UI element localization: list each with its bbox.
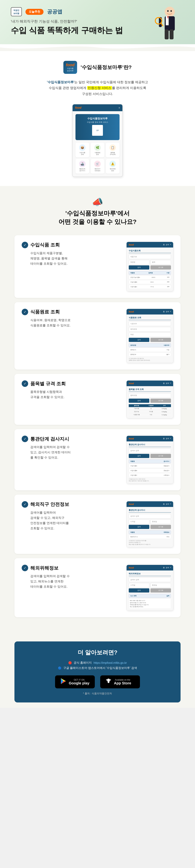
fs-header-6: food 홈검색≡ bbox=[127, 565, 173, 570]
fs-logo-6: food bbox=[129, 566, 134, 569]
feature-desc-1: 수입식품의 제품구분별, 체명명, 품목별 검색을 통해 데이터를 조회할 수 … bbox=[30, 251, 119, 267]
fs-result-row-4b: 수입식품B관능검사 bbox=[129, 468, 171, 473]
feature-screenshot-4: food 홈검색≡ 통관단계 검사지시 검색어 입력 검색 초기화 제품명검사지… bbox=[126, 436, 173, 484]
icon-label: 해외직구안전정보 bbox=[92, 168, 103, 172]
fs-search-btn[interactable]: 검색 bbox=[129, 266, 149, 270]
feature-content-5: ✓ 해외직구 안전정보 검색어를 입력하여 검색할 수 있고, 해외직구 안전정… bbox=[22, 501, 119, 531]
fs-search-btn-5[interactable]: 검색 bbox=[129, 525, 149, 529]
feature-item-4: ✓ 통관단계 검사지시 검색어를 입력하여 검색할 수 있고, 검사지시 연계한… bbox=[14, 429, 181, 490]
fs-result-row-4a: 수입식품A정밀검사 bbox=[129, 464, 171, 468]
feature-content-4: ✓ 통관단계 검사지시 검색어를 입력하여 검색할 수 있고, 검사지시 연계한… bbox=[22, 436, 119, 460]
fs-header-3: food 홈검색≡ bbox=[127, 380, 173, 386]
icon-label: 해외위해정보 bbox=[107, 168, 119, 172]
fs-result-header-4: 제품명검사지시 bbox=[129, 460, 171, 463]
fs-row-5: 시작일 종료일 bbox=[129, 519, 171, 524]
fs-customs-note: ※ 통관 검사지시 연계 데이터최근 업데이트 기준으로 제공됩니다. bbox=[129, 478, 171, 482]
svg-rect-6 bbox=[165, 29, 169, 39]
fs-nav-3: 홈검색≡ bbox=[163, 382, 171, 384]
cta-website-label: 공식 홈페이지 bbox=[74, 661, 92, 665]
app-store-text: Available on the App Store bbox=[114, 679, 131, 685]
feature-desc-5-l1: 검색어를 입력하여 bbox=[30, 511, 56, 514]
svg-point-11 bbox=[170, 10, 172, 12]
fs-result-header-6: 뉴스 제목날짜 bbox=[129, 594, 171, 598]
fs-nav: 홈검색≡ bbox=[163, 244, 171, 246]
app-category-label: 공공앱 bbox=[47, 8, 62, 15]
fs-ing-name: 원재료명 bbox=[129, 327, 171, 332]
icon-label: 수입식품조회 bbox=[76, 152, 88, 156]
fs-title: 수입식품조회 bbox=[129, 249, 171, 253]
fs-logo-3: food bbox=[129, 382, 134, 385]
app-screen-logo: food bbox=[75, 106, 82, 110]
feature-content-1: ✓ 수입식품 조회 수입식품의 제품구분별, 체명명, 품목별 검색을 통해 데… bbox=[22, 242, 119, 267]
fs-buttons-3: 검색 초기화 bbox=[129, 399, 171, 403]
cta-section: 더 알아보려면? 🔴 공식 홈페이지 https://impfood.mfds.… bbox=[0, 632, 195, 708]
fs-reset-btn-4[interactable]: 초기화 bbox=[151, 454, 171, 458]
feature-desc-6: 검색어를 입력하여 검색할 수 있고, 해외뉴스를 연계한 데이터를 조회할 수… bbox=[30, 574, 119, 589]
fs-result-header-5: 제품명위해정보 bbox=[129, 530, 171, 534]
today-recommendation: 오늘추천 bbox=[26, 9, 43, 15]
feature-name-1: 수입식품 조회 bbox=[30, 242, 60, 248]
app-screen-body: 수입식품정보마루 수입식품 정보 조회 서비스 QR 📦 수입식품조회 🌿 식품… bbox=[73, 111, 122, 177]
cta-search-info: 🔵 구글 플레이스토어·앱스토어에서 '수입식품정보마루' 검색 bbox=[25, 666, 170, 670]
feature-name-6: 해외위해정보 bbox=[30, 565, 59, 571]
fs-edible: 식용여부 bbox=[129, 321, 171, 326]
fs-reset-btn-3[interactable]: 초기화 bbox=[151, 399, 171, 403]
fs-table: 품목유형 시험항목 규격 가공식품 납 0.5mg/kg 건강기능 카드뮴 0.… bbox=[129, 404, 171, 416]
intro-description: '수입식품정보마루'는 일반 국민에게 수입식품에 대한 정보를 제공하고 수입… bbox=[14, 79, 181, 97]
fs-category: 품목유형 bbox=[129, 393, 171, 398]
check-icon-6: ✓ bbox=[22, 565, 28, 571]
source-text: * 출처 : 식품의약품안전처 bbox=[25, 692, 170, 695]
fs-reset-btn[interactable]: 초기화 bbox=[151, 266, 171, 270]
th-spec: 규격 bbox=[158, 404, 171, 407]
check-icon-4: ✓ bbox=[22, 436, 28, 442]
fs-field-type: 품목 bbox=[151, 260, 171, 265]
fs-title-6: 해외위해정보 bbox=[129, 572, 171, 576]
feature-screenshot-1: food 홈검색≡ 수입식품조회 제품구분 체명명 품목 검색 초기화 제품명업… bbox=[126, 242, 173, 291]
fs-result-row-5a: 해외직구 A주의 bbox=[129, 535, 171, 539]
icon-label: 품목별규격조회 bbox=[107, 152, 119, 156]
fs-reset-btn-6[interactable]: 초기화 bbox=[151, 588, 171, 592]
fs-row: 체명명 품목 bbox=[129, 260, 171, 265]
features-heading: '수입식품정보마루'에서 어떤 것을 이용할 수 있나요? bbox=[14, 209, 181, 226]
features-title-line1: '수입식품정보마루'에서 bbox=[65, 210, 130, 217]
app-showcase: food ≡ 수입식품정보마루 수입식품 정보 조회 서비스 QR 📦 수입식품… bbox=[14, 104, 181, 177]
fs-search-btn-6[interactable]: 검색 bbox=[129, 588, 149, 592]
feature-desc-6-l2: 있고, 해외뉴스를 연계한 bbox=[30, 580, 64, 583]
fs-nav-2: 홈검색≡ bbox=[163, 311, 171, 313]
fs-title-3: 품목별 규격 조회 bbox=[129, 388, 171, 392]
fs-nav-4: 홈검색≡ bbox=[163, 437, 171, 440]
icon-circle: 📦 bbox=[79, 145, 86, 151]
google-play-button[interactable]: GET IT ON Google play bbox=[55, 675, 95, 688]
feature-desc-line2: 체명명, 품목별 검색을 통해 bbox=[30, 257, 68, 260]
fs-header: food 홈검색≡ bbox=[127, 242, 173, 248]
fs-result-header-2: 원재료명식용여부 bbox=[129, 343, 171, 347]
fs-buttons-5: 검색 초기화 bbox=[129, 525, 171, 529]
icon-label: 통관단계검사지시 bbox=[76, 168, 88, 172]
feature-name-3: 품목별 규격 조회 bbox=[30, 380, 66, 387]
cta-website-url[interactable]: https://impfood.mfds.go.kr bbox=[94, 661, 127, 664]
feature-desc-line3: 데이터를 조회할 수 있어요. bbox=[30, 262, 68, 266]
feature-screenshot-6: food 홈검색≡ 해외위해정보 검색어 입력 시작일 종료일 검색 초기화 뉴… bbox=[126, 565, 173, 611]
google-play-sub: GET IT ON bbox=[69, 679, 89, 681]
fs-search-btn-4[interactable]: 검색 bbox=[129, 454, 149, 458]
svg-point-10 bbox=[167, 10, 169, 12]
fs-search-btn-2[interactable]: 검색 bbox=[129, 338, 149, 342]
app-screen-header: food ≡ bbox=[73, 104, 122, 111]
fs-result-row: 가공식품CYY사180 bbox=[129, 285, 171, 289]
fs-body-4: 통관단계 검사지시 검색어 입력 검색 초기화 제품명검사지시 수입식품A정밀검… bbox=[127, 441, 173, 484]
td-spec2: 0.3mg/kg bbox=[158, 410, 171, 413]
fs-reset-btn-5[interactable]: 초기화 bbox=[151, 525, 171, 529]
feature-content-6: ✓ 해외위해정보 검색어를 입력하여 검색할 수 있고, 해외뉴스를 연계한 데… bbox=[22, 565, 119, 589]
fs-logo-4: food bbox=[129, 437, 134, 440]
fs-result-row: 건강기능식품AOO사100 bbox=[129, 275, 171, 279]
fs-header-2: food 홈검색≡ bbox=[127, 309, 173, 314]
fs-row-6: 시작일 종료일 bbox=[129, 583, 171, 587]
th-type: 품목유형 bbox=[129, 404, 144, 407]
app-store-button[interactable]: Available on the App Store bbox=[100, 675, 140, 688]
wave-divider bbox=[0, 44, 195, 52]
app-screenshot: food ≡ 수입식품정보마루 수입식품 정보 조회 서비스 QR 📦 수입식품… bbox=[72, 104, 123, 177]
fs-search-btn-3[interactable]: 검색 bbox=[129, 399, 149, 403]
fs-reset-btn-2[interactable]: 초기화 bbox=[151, 338, 171, 342]
app-icon-item: 🛒 해외직구안전정보 bbox=[91, 159, 104, 174]
fs-buttons-6: 검색 초기화 bbox=[129, 588, 171, 592]
